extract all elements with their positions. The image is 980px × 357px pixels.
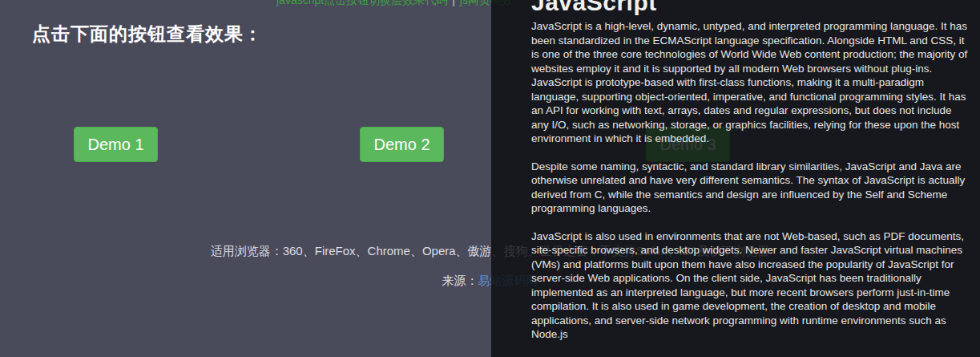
panel-paragraph-2: Despite some naming, syntactic, and stan… [531,160,969,216]
page-heading: 点击下面的按钮查看效果： [32,22,263,47]
demo-1-button[interactable]: Demo 1 [74,127,158,162]
panel-title: JavaScript [531,0,969,16]
clipped-page-titlebar: javascript点击按钮切换层效果代码|js网页特效 [276,0,513,8]
panel-paragraph-1: JavaScript is a high-level, dynamic, unt… [531,19,969,146]
title-divider: | [447,0,460,6]
clipped-page-title-left[interactable]: javascript点击按钮切换层效果代码 [276,0,447,6]
source-label: 来源： [442,274,478,287]
javascript-info-panel: JavaScript JavaScript is a high-level, d… [491,0,980,357]
panel-paragraph-3: JavaScript is also used in environments … [531,229,969,342]
page: javascript点击按钮切换层效果代码|js网页特效 点击下面的按钮查看效果… [0,0,980,357]
demo-2-button[interactable]: Demo 2 [360,127,444,162]
